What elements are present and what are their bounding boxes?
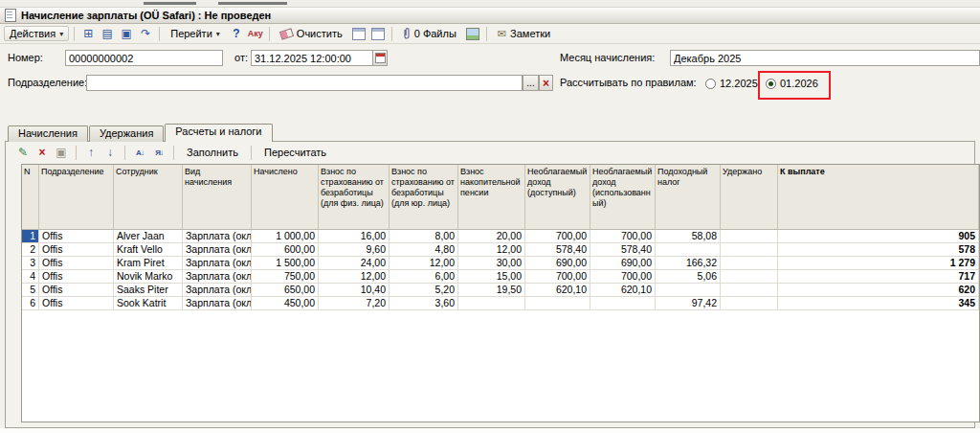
table-cell[interactable]: 20,00 bbox=[458, 230, 525, 243]
row-number-cell[interactable]: 4 bbox=[22, 270, 39, 284]
table-cell[interactable]: Зарплата (окл... bbox=[183, 297, 252, 310]
table-cell[interactable] bbox=[656, 243, 721, 257]
table-cell[interactable]: 717 bbox=[778, 270, 979, 284]
table-cell[interactable]: 578,40 bbox=[525, 243, 590, 257]
copy-row-icon[interactable]: ▣ bbox=[54, 145, 69, 160]
column-header[interactable]: N bbox=[22, 165, 39, 230]
table-cell[interactable] bbox=[721, 284, 778, 297]
table-cell[interactable]: Offis bbox=[39, 257, 114, 270]
copy-document-icon[interactable]: ▣ bbox=[118, 26, 135, 42]
table-cell[interactable]: Offis bbox=[39, 230, 114, 243]
table-cell[interactable]: Offis bbox=[39, 270, 114, 284]
help-icon[interactable]: ? bbox=[228, 26, 245, 42]
table-cell[interactable]: 690,00 bbox=[590, 257, 656, 270]
move-down-icon[interactable]: ↓ bbox=[102, 145, 118, 160]
list-settings-icon[interactable] bbox=[350, 26, 368, 42]
table-cell[interactable]: Зарплата (окл... bbox=[183, 257, 252, 270]
table-cell[interactable]: Offis bbox=[39, 284, 114, 297]
column-header[interactable]: Взнос накопительной пенсии bbox=[458, 165, 525, 230]
table-cell[interactable]: 4,80 bbox=[390, 243, 458, 257]
table-cell[interactable]: 8,00 bbox=[390, 230, 458, 243]
table-cell[interactable]: Offis bbox=[39, 297, 114, 310]
table-cell[interactable]: 166,32 bbox=[656, 257, 721, 270]
column-header[interactable]: Подоходный налог bbox=[656, 165, 721, 230]
table-cell[interactable]: 1 500,00 bbox=[252, 257, 319, 270]
date-input[interactable] bbox=[251, 50, 373, 66]
row-number-cell[interactable]: 5 bbox=[22, 284, 39, 297]
column-header[interactable]: Взнос по страхованию от безработицы (для… bbox=[319, 165, 390, 230]
table-cell[interactable]: 620,10 bbox=[590, 284, 656, 297]
table-cell[interactable]: Зарплата (окл... bbox=[183, 284, 252, 297]
table-cell[interactable] bbox=[458, 297, 525, 310]
column-header[interactable]: Взнос по страхованию от безработицы (для… bbox=[390, 165, 458, 230]
list-display-icon[interactable] bbox=[369, 26, 387, 42]
table-cell[interactable]: 700,00 bbox=[590, 230, 656, 243]
column-header[interactable]: Вид начисления bbox=[183, 165, 252, 230]
row-number-cell[interactable]: 2 bbox=[22, 243, 39, 257]
table-cell[interactable]: 700,00 bbox=[525, 230, 590, 243]
post-document-icon[interactable]: ⊞ bbox=[79, 26, 97, 42]
table-cell[interactable]: 10,40 bbox=[319, 284, 390, 297]
table-cell[interactable]: Kraft Vello bbox=[114, 243, 183, 257]
notes-button[interactable]: ✉ Заметки bbox=[492, 26, 556, 42]
table-cell[interactable]: 1 000,00 bbox=[252, 230, 319, 243]
edit-row-icon[interactable]: ✎ bbox=[15, 145, 31, 160]
table-cell[interactable]: 12,00 bbox=[319, 270, 390, 284]
table-cell[interactable]: 12,00 bbox=[390, 257, 458, 270]
sort-descending-icon[interactable]: Я↓ bbox=[151, 145, 167, 160]
column-header[interactable]: Начислено bbox=[252, 165, 319, 230]
month-input[interactable] bbox=[670, 50, 980, 66]
table-cell[interactable]: Novik Marko bbox=[114, 270, 183, 284]
rule-option-01-2026[interactable]: 01.2026 bbox=[766, 74, 818, 93]
table-cell[interactable]: 1 279 bbox=[778, 257, 979, 270]
reread-icon[interactable]: ↷ bbox=[137, 26, 154, 42]
table-row[interactable]: 6OffisSook KatritЗарплата (окл...450,007… bbox=[22, 297, 979, 310]
table-cell[interactable]: Kram Piret bbox=[114, 257, 183, 270]
table-cell[interactable]: Зарплата (окл... bbox=[183, 270, 252, 284]
table-cell[interactable]: Offis bbox=[39, 243, 114, 257]
table-cell[interactable]: Saaks Piter bbox=[114, 284, 183, 297]
table-cell[interactable]: Зарплата (окл... bbox=[183, 243, 252, 257]
table-cell[interactable]: 3,60 bbox=[390, 297, 458, 310]
tab-uderzhaniya[interactable]: Удержания bbox=[89, 125, 164, 142]
table-row[interactable]: 5OffisSaaks PiterЗарплата (окл...650,001… bbox=[22, 284, 979, 297]
table-cell[interactable] bbox=[590, 297, 656, 310]
department-select-button[interactable]: ... bbox=[523, 75, 539, 91]
table-cell[interactable]: 7,20 bbox=[319, 297, 390, 310]
row-number-cell[interactable]: 6 bbox=[22, 297, 39, 310]
go-button[interactable]: Перейти ▾ bbox=[165, 26, 226, 41]
table-cell[interactable] bbox=[721, 243, 778, 257]
table-row[interactable]: 1OffisAlver JaanЗарплата (окл...1 000,00… bbox=[22, 230, 979, 243]
column-header[interactable]: К выплате bbox=[778, 165, 979, 230]
column-header[interactable]: Необлагаемый доход (использованный) bbox=[590, 165, 656, 230]
row-number-cell[interactable]: 3 bbox=[22, 257, 39, 270]
column-header[interactable]: Сотрудник bbox=[114, 165, 183, 230]
fill-button[interactable]: Заполнить bbox=[181, 146, 244, 159]
table-cell[interactable]: 620 bbox=[778, 284, 979, 297]
actions-button[interactable]: Действия ▾ bbox=[4, 26, 69, 41]
table-cell[interactable]: 5,06 bbox=[656, 270, 721, 284]
column-header[interactable]: Необлагаемый доход (доступный) bbox=[525, 165, 590, 230]
move-up-icon[interactable]: ↑ bbox=[83, 145, 99, 160]
table-cell[interactable] bbox=[721, 230, 778, 243]
row-number-cell[interactable]: 1 bbox=[22, 230, 39, 243]
table-cell[interactable]: 9,60 bbox=[319, 243, 390, 257]
clear-button[interactable]: Очистить bbox=[275, 26, 348, 41]
table-cell[interactable] bbox=[525, 297, 590, 310]
table-cell[interactable]: 24,00 bbox=[319, 257, 390, 270]
table-cell[interactable]: 700,00 bbox=[525, 270, 590, 284]
table-cell[interactable]: 650,00 bbox=[252, 284, 319, 297]
department-clear-button[interactable]: × bbox=[539, 75, 553, 91]
table-row[interactable]: 3OffisKram PiretЗарплата (окл...1 500,00… bbox=[22, 257, 979, 270]
rule-option-12-2025[interactable]: 12.2025 bbox=[705, 74, 758, 93]
tab-raschety-i-nalogi[interactable]: Расчеты и налоги bbox=[165, 124, 272, 142]
table-cell[interactable]: Sook Katrit bbox=[114, 297, 183, 310]
table-cell[interactable]: Alver Jaan bbox=[114, 230, 183, 243]
table-row[interactable]: 4OffisNovik MarkoЗарплата (окл...750,001… bbox=[22, 270, 979, 284]
column-header[interactable]: Подразделение bbox=[39, 165, 114, 230]
table-cell[interactable]: 15,00 bbox=[458, 270, 525, 284]
table-cell[interactable]: 690,00 bbox=[525, 257, 590, 270]
tab-nachisleniya[interactable]: Начисления bbox=[8, 125, 88, 142]
table-cell[interactable]: 30,00 bbox=[458, 257, 525, 270]
table-cell[interactable]: 700,00 bbox=[590, 270, 656, 284]
